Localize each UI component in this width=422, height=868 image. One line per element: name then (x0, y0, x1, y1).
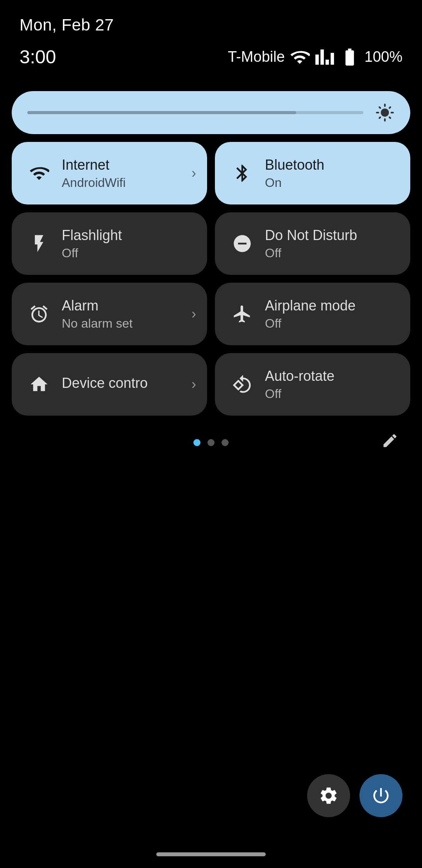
device-controls-chevron-icon: › (191, 376, 196, 393)
flashlight-title: Flashlight (62, 227, 122, 244)
home-tile-icon (27, 374, 51, 395)
page-indicators (12, 439, 410, 446)
carrier-name: T-Mobile (228, 48, 285, 65)
brightness-fill (27, 111, 296, 114)
airplane-subtitle: Off (265, 316, 356, 331)
flashlight-tile-text: Flashlight Off (62, 227, 122, 260)
bluetooth-tile-text: Bluetooth On (265, 156, 324, 190)
brightness-slider[interactable] (12, 91, 410, 134)
brightness-icon (375, 103, 395, 122)
flashlight-subtitle: Off (62, 246, 122, 260)
date-display: Mon, Feb 27 (20, 16, 402, 34)
alarm-tile-icon (27, 304, 51, 324)
flashlight-tile-icon (27, 233, 51, 254)
brightness-track (27, 111, 363, 114)
bottom-buttons (307, 774, 402, 817)
battery-icon (340, 47, 360, 67)
auto-rotate-title: Auto-rotate (265, 368, 334, 384)
device-controls-title: Device contro (62, 375, 148, 391)
internet-tile-text: Internet AndroidWifi (62, 156, 126, 190)
tile-internet[interactable]: Internet AndroidWifi › (12, 142, 207, 204)
dnd-tile-text: Do Not Disturb Off (265, 227, 357, 260)
bluetooth-title: Bluetooth (265, 156, 324, 173)
airplane-tile-icon (231, 304, 254, 324)
tile-alarm[interactable]: Alarm No alarm set › (12, 283, 207, 345)
wifi-icon (290, 47, 310, 67)
home-indicator (156, 852, 266, 856)
edit-button[interactable] (381, 432, 399, 453)
tiles-grid: Internet AndroidWifi › Bluetooth On (12, 142, 410, 416)
rotate-tile-icon (231, 374, 254, 395)
tile-auto-rotate[interactable]: Auto-rotate Off (215, 353, 410, 416)
signal-icon (315, 47, 335, 67)
alarm-subtitle: No alarm set (62, 316, 132, 331)
tile-device-controls[interactable]: Device contro › (12, 353, 207, 416)
page-dot-1[interactable] (193, 439, 200, 446)
status-bar: Mon, Feb 27 3:00 T-Mobile 100% (0, 0, 422, 75)
tile-dnd[interactable]: Do Not Disturb Off (215, 212, 410, 275)
internet-title: Internet (62, 156, 126, 173)
page-dot-2[interactable] (207, 439, 215, 446)
carrier-info: T-Mobile 100% (228, 47, 402, 67)
settings-button[interactable] (307, 774, 350, 817)
battery-percent: 100% (365, 48, 402, 65)
internet-subtitle: AndroidWifi (62, 176, 126, 190)
airplane-tile-text: Airplane mode Off (265, 297, 356, 331)
tile-airplane[interactable]: Airplane mode Off (215, 283, 410, 345)
auto-rotate-subtitle: Off (265, 387, 334, 401)
time-display: 3:00 (20, 46, 56, 68)
alarm-chevron-icon: › (191, 306, 196, 322)
auto-rotate-tile-text: Auto-rotate Off (265, 368, 334, 401)
page-dot-3[interactable] (222, 439, 229, 446)
power-button[interactable] (359, 774, 402, 817)
dnd-tile-icon (231, 233, 254, 254)
device-controls-tile-text: Device contro (62, 375, 148, 394)
quick-settings-panel: Internet AndroidWifi › Bluetooth On (12, 91, 410, 446)
alarm-title: Alarm (62, 297, 132, 314)
tile-bluetooth[interactable]: Bluetooth On (215, 142, 410, 204)
airplane-title: Airplane mode (265, 297, 356, 314)
dnd-title: Do Not Disturb (265, 227, 357, 244)
internet-chevron-icon: › (191, 165, 196, 181)
tile-flashlight[interactable]: Flashlight Off (12, 212, 207, 275)
wifi-tile-icon (27, 163, 51, 183)
bluetooth-tile-icon (231, 163, 254, 183)
alarm-tile-text: Alarm No alarm set (62, 297, 132, 331)
bluetooth-subtitle: On (265, 176, 324, 190)
dnd-subtitle: Off (265, 246, 357, 260)
